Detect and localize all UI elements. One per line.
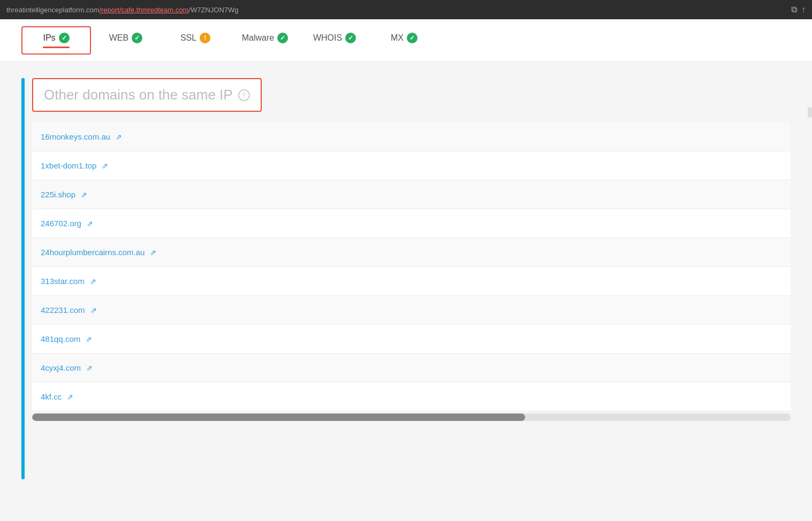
tab-whois[interactable]: WHOIS ✓ <box>300 27 369 53</box>
list-item: 24hourplumbercairns.com.au⇗ <box>32 238 791 267</box>
list-item: 16monkeys.com.au⇗ <box>32 122 791 151</box>
external-link-icon[interactable]: ⇗ <box>81 190 87 199</box>
tab-ssl-underline <box>182 47 209 48</box>
domain-list: 16monkeys.com.au⇗1xbet-dom1.top⇗225i.sho… <box>32 122 791 411</box>
external-link-icon[interactable]: ⇗ <box>90 306 97 315</box>
domain-link[interactable]: 422231.com <box>41 305 85 315</box>
section-title-box: Other domains on the same IP ? <box>32 78 262 112</box>
tab-malware-underline <box>252 47 278 48</box>
external-link-icon[interactable]: ⇗ <box>87 219 93 228</box>
main-content: Other domains on the same IP ? 16monkeys… <box>0 62 812 521</box>
external-link-icon[interactable]: ⇗ <box>116 133 122 141</box>
list-item: 481qq.com⇗ <box>32 325 791 354</box>
right-scrollbar[interactable] <box>808 107 812 118</box>
external-link-icon[interactable]: ⇗ <box>86 364 93 372</box>
tab-malware-label: Malware ✓ <box>242 33 288 43</box>
copy-icon[interactable]: ⧉ <box>791 5 797 14</box>
tab-whois-underline <box>321 47 348 48</box>
same-ip-section: Other domains on the same IP ? 16monkeys… <box>21 78 791 421</box>
external-link-icon[interactable]: ⇗ <box>90 277 96 286</box>
list-item: 225i.shop⇗ <box>32 180 791 209</box>
domain-link[interactable]: 481qq.com <box>41 334 80 343</box>
mx-status-icon: ✓ <box>407 33 418 43</box>
browser-bar: threatintelligenceplatform.com /report/c… <box>0 0 812 19</box>
external-link-icon[interactable]: ⇗ <box>102 162 108 170</box>
tab-ssl[interactable]: SSL ! <box>161 27 230 53</box>
list-item: 246702.org⇗ <box>32 209 791 238</box>
url-base: threatintelligenceplatform.com <box>6 6 99 14</box>
section-title: Other domains on the same IP <box>44 87 233 103</box>
ssl-status-icon: ! <box>200 33 210 43</box>
tab-web-underline <box>112 47 139 48</box>
tab-web-label: WEB ✓ <box>109 33 142 43</box>
domain-link[interactable]: 24hourplumbercairns.com.au <box>41 248 145 257</box>
list-item: 1xbet-dom1.top⇗ <box>32 151 791 180</box>
url-highlight: /report/cafe.thmredteam.com <box>99 6 188 14</box>
tab-mx[interactable]: MX ✓ <box>369 27 439 53</box>
domain-link[interactable]: 4kf.cc <box>41 392 62 401</box>
tab-ips[interactable]: IPs ✓ <box>21 26 91 55</box>
domain-link[interactable]: 313star.com <box>41 277 85 286</box>
domain-link[interactable]: 246702.org <box>41 219 81 228</box>
domain-link[interactable]: 1xbet-dom1.top <box>41 161 96 170</box>
tab-malware[interactable]: Malware ✓ <box>230 27 300 53</box>
tab-ssl-label: SSL ! <box>180 33 210 43</box>
tab-whois-label: WHOIS ✓ <box>313 33 356 43</box>
tab-web[interactable]: WEB ✓ <box>91 27 161 53</box>
domain-link[interactable]: 4cyxj4.com <box>41 363 81 372</box>
external-link-icon[interactable]: ⇗ <box>86 335 92 343</box>
domain-link[interactable]: 225i.shop <box>41 190 75 199</box>
list-item: 4kf.cc⇗ <box>32 382 791 411</box>
whois-status-icon: ✓ <box>345 33 356 43</box>
url-rest: /W7ZNJON7Wg <box>188 6 238 14</box>
share-icon[interactable]: ↑ <box>801 5 806 14</box>
tab-ips-underline <box>43 47 70 48</box>
scroll-bar-thumb <box>32 413 525 421</box>
section-header: Other domains on the same IP ? <box>21 78 791 112</box>
tab-ips-label: IPs ✓ <box>43 33 69 43</box>
browser-icons: ⧉ ↑ <box>791 5 806 14</box>
web-status-icon: ✓ <box>132 33 142 43</box>
tab-mx-underline <box>391 47 418 48</box>
external-link-icon[interactable]: ⇗ <box>150 248 156 257</box>
nav-tabs: IPs ✓ WEB ✓ SSL ! Malware ✓ WHOIS ✓ <box>0 19 812 62</box>
external-link-icon[interactable]: ⇗ <box>67 393 73 401</box>
list-item: 313star.com⇗ <box>32 267 791 296</box>
address-bar[interactable]: threatintelligenceplatform.com /report/c… <box>6 6 787 14</box>
section-blue-bar <box>21 78 25 479</box>
list-item: 4cyxj4.com⇗ <box>32 354 791 382</box>
list-item: 422231.com⇗ <box>32 296 791 325</box>
domain-link[interactable]: 16monkeys.com.au <box>41 132 110 141</box>
scroll-bar[interactable] <box>32 413 791 421</box>
tab-mx-label: MX ✓ <box>391 33 418 43</box>
malware-status-icon: ✓ <box>277 33 288 43</box>
ips-status-icon: ✓ <box>59 33 70 43</box>
help-icon[interactable]: ? <box>238 89 250 101</box>
